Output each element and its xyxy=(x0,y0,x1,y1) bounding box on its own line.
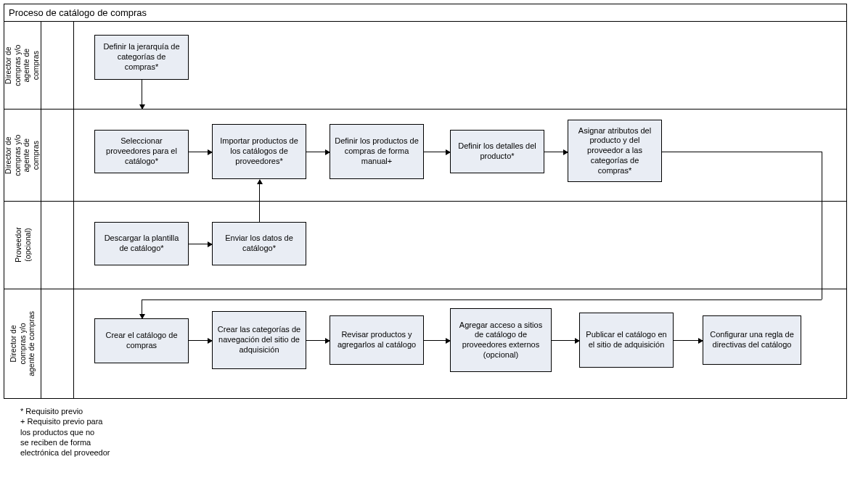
lane-4: Director decompras y/oagente de compras … xyxy=(4,289,846,398)
footnote-2: + Requisito previo para xyxy=(20,416,165,426)
footnotes: * Requisito previo + Requisito previo pa… xyxy=(20,406,165,458)
node-assign-attrs: Asignar atributos del producto y del pro… xyxy=(568,120,662,182)
node-send-data: Enviar los datos de catálogo* xyxy=(212,222,306,265)
node-publish: Publicar el catálogo en el sitio de adqu… xyxy=(579,313,674,368)
arrow-l1n1-to-l2n1 xyxy=(142,80,142,109)
node-external-access: Agregar acceso a sitios de catálogo de p… xyxy=(450,308,552,372)
lane-3: Proveedor(opcional) Descargar la plantil… xyxy=(4,202,846,289)
diagram-frame: Proceso de catálogo de compras Director … xyxy=(4,4,847,399)
connector-right-down-3 xyxy=(822,289,822,299)
node-download-template: Descargar la plantilla de catálogo* xyxy=(94,222,189,265)
arrow-l3-1-2 xyxy=(189,244,212,244)
connector-right-down-2 xyxy=(822,202,822,289)
footnote-3: los productos que no xyxy=(20,427,165,437)
node-review-products: Revisar productos y agregarlos al catálo… xyxy=(330,315,424,365)
swimlanes: Director decompras y/oagente decompras D… xyxy=(4,22,846,398)
connector-right-down-1 xyxy=(822,152,822,201)
lane-4-label: Director decompras y/oagente de compras xyxy=(4,289,41,398)
footnote-5: electrónica del proveedor xyxy=(20,447,165,458)
arrow-l4-1-2 xyxy=(189,340,212,341)
lane-2-label: Director decompras y/oagente decompras xyxy=(4,110,41,201)
arrow-l4-5-6 xyxy=(674,340,703,341)
arrow-into-create-catalog xyxy=(142,299,142,318)
node-define-details: Definir los detalles del producto* xyxy=(450,130,544,173)
arrow-l3n2-to-l2n2 xyxy=(259,180,260,222)
arrow-l4-3-4 xyxy=(424,340,450,341)
node-select-vendors: Seleccionar proveedores para el catálogo… xyxy=(94,130,189,173)
node-import-products: Importar productos de los catálogos de p… xyxy=(212,124,306,179)
lane-3-label: Proveedor(opcional) xyxy=(4,202,41,289)
arrow-l4-4-5 xyxy=(552,340,579,341)
lane-1-label: Director decompras y/oagente decompras xyxy=(4,22,41,109)
connector-turn-left xyxy=(142,299,822,300)
arrow-l2-4-5 xyxy=(544,152,568,152)
arrow-l2-2-3 xyxy=(306,152,330,152)
node-define-manual: Definir los productos de compras de form… xyxy=(330,124,424,179)
connector-l2n5-right xyxy=(662,152,822,152)
footnote-1: * Requisito previo xyxy=(20,406,165,416)
node-create-nav-cats: Crear las categorías de navegación del s… xyxy=(212,311,306,369)
arrow-l2-3-4 xyxy=(424,152,450,152)
arrow-l4-2-3 xyxy=(306,340,330,341)
lane-2: Director decompras y/oagente decompras S… xyxy=(4,110,846,202)
footnote-4: se reciben de forma xyxy=(20,437,165,447)
node-define-hierarchy: Definir la jerarquía de categorías de co… xyxy=(94,35,189,80)
node-create-catalog: Crear el catálogo de compras xyxy=(94,318,189,363)
lane-1: Director decompras y/oagente decompras D… xyxy=(4,22,846,110)
node-policy-rule: Configurar una regla de directivas del c… xyxy=(703,315,801,365)
diagram-title: Proceso de catálogo de compras xyxy=(4,4,846,22)
arrow-l2-1-2 xyxy=(189,152,212,152)
